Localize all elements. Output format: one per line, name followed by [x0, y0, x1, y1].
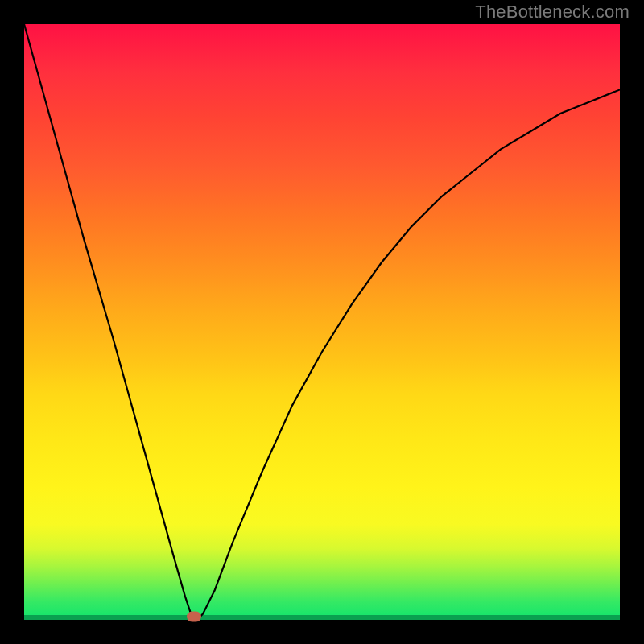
curve-path [24, 24, 620, 620]
optimal-point-marker [187, 612, 201, 622]
bottleneck-curve [24, 24, 620, 620]
chart-frame: TheBottleneck.com [0, 0, 644, 644]
watermark-text: TheBottleneck.com [475, 2, 630, 23]
